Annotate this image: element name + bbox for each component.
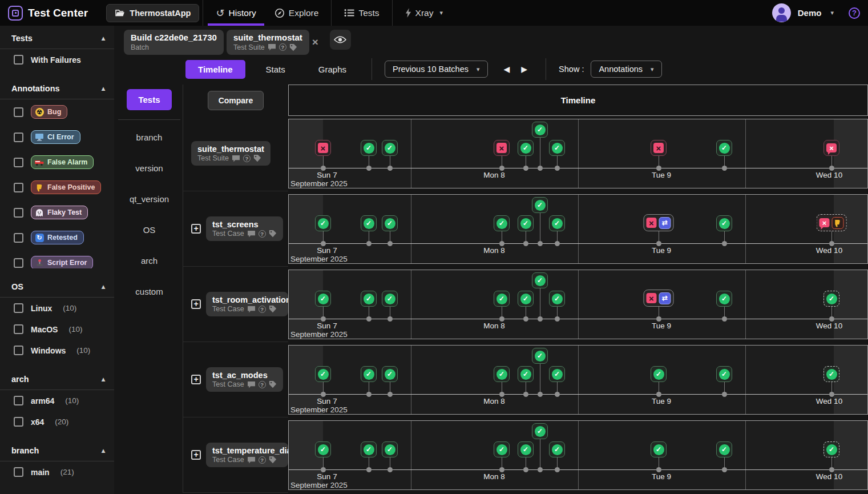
result-marker-pass[interactable]: ✓	[382, 215, 398, 231]
result-marker-group-retested[interactable]: ×⇄	[644, 214, 674, 231]
prev-batches-button[interactable]: ◀	[498, 62, 516, 76]
annotation-badge-flaky-test[interactable]: Flaky Test	[31, 206, 88, 219]
result-marker-pass[interactable]: ✓	[823, 366, 839, 382]
tab-history[interactable]: ↺ History	[207, 0, 265, 26]
close-icon[interactable]: ×	[310, 36, 320, 49]
question-icon[interactable]: ?	[243, 155, 251, 162]
suite-filter-chip[interactable]: suite_thermostat Test Suite ?	[227, 30, 309, 55]
checkbox-false-positive[interactable]	[14, 183, 23, 192]
comment-icon[interactable]	[247, 381, 256, 388]
result-marker-pass[interactable]: ✓	[532, 272, 548, 288]
result-marker-pass[interactable]: ✓	[382, 441, 398, 457]
result-marker-pass[interactable]: ✓	[494, 215, 510, 231]
result-marker-pass[interactable]: ✓	[716, 291, 732, 307]
result-marker-pass[interactable]: ✓	[315, 291, 331, 307]
comment-icon[interactable]	[247, 306, 256, 313]
result-marker-pass[interactable]: ✓	[716, 140, 732, 156]
result-marker-pass[interactable]: ✓	[549, 291, 565, 307]
section-header-annotations[interactable]: Annotations▴	[0, 76, 114, 99]
test-chip-tst_screens[interactable]: tst_screensTest Case?	[206, 216, 283, 241]
result-marker-pass[interactable]: ✓	[382, 366, 398, 382]
result-marker-pass[interactable]: ✓	[494, 441, 510, 457]
result-marker-fail-comment[interactable]: ×	[823, 140, 839, 156]
result-marker-pass[interactable]: ✓	[494, 366, 510, 382]
checkbox-false-alarm[interactable]	[14, 158, 23, 167]
tag-icon[interactable]	[269, 305, 277, 313]
result-marker-pass[interactable]: ✓	[651, 441, 667, 457]
show-select[interactable]: Annotations ▾	[591, 61, 661, 78]
checkbox-bug[interactable]	[14, 107, 23, 117]
result-marker-pass[interactable]: ✓	[361, 441, 377, 457]
expand-icon[interactable]: +	[191, 224, 201, 234]
comment-icon[interactable]	[247, 230, 256, 238]
result-marker-pass[interactable]: ✓	[651, 366, 667, 382]
checkbox-macos[interactable]	[14, 324, 23, 334]
checkbox-script-error[interactable]	[14, 258, 23, 268]
section-header-branch[interactable]: branch▴	[0, 438, 114, 461]
section-header-arch[interactable]: arch▴	[0, 367, 114, 389]
result-marker-pass[interactable]: ✓	[549, 366, 565, 382]
project-selector-button[interactable]: ThermostatApp	[106, 4, 199, 22]
checkbox-with-failures[interactable]	[14, 55, 23, 65]
result-marker-pass[interactable]: ✓	[315, 215, 331, 231]
checkbox-windows[interactable]	[14, 346, 23, 355]
expand-icon[interactable]: +	[191, 450, 201, 460]
annotation-badge-retested[interactable]: ↻Retested	[31, 231, 84, 244]
comment-icon[interactable]	[232, 155, 240, 162]
result-marker-pass[interactable]: ✓	[518, 291, 534, 307]
checkbox-retested[interactable]	[14, 233, 23, 243]
view-tab-stats[interactable]: Stats	[253, 60, 298, 79]
question-icon[interactable]: ?	[259, 456, 266, 464]
annotation-badge-ci-error[interactable]: CI Error	[31, 130, 80, 144]
result-marker-pass[interactable]: ✓	[518, 366, 534, 382]
dimension-custom[interactable]: custom	[117, 278, 181, 305]
result-marker-pass[interactable]: ✓	[549, 215, 565, 231]
annotation-badge-false-positive[interactable]: False Positive	[31, 180, 101, 194]
section-header-os[interactable]: OS▴	[0, 274, 114, 297]
result-marker-pass[interactable]: ✓	[823, 291, 839, 307]
expand-icon[interactable]: +	[191, 375, 201, 384]
tag-icon[interactable]	[269, 230, 277, 238]
result-marker-pass[interactable]: ✓	[549, 441, 565, 457]
result-marker-pass[interactable]: ✓	[518, 140, 534, 156]
test-chip-tst_ac_modes[interactable]: tst_ac_modesTest Case?	[206, 367, 283, 392]
result-marker-group-retested[interactable]: ×⇄	[644, 290, 674, 307]
checkbox-main[interactable]	[14, 467, 23, 477]
result-marker-pass[interactable]: ✓	[361, 366, 377, 382]
help-icon[interactable]: ?	[849, 7, 860, 19]
result-marker-pass[interactable]: ✓	[315, 366, 331, 382]
checkbox-ci-error[interactable]	[14, 132, 23, 142]
tag-icon[interactable]	[253, 154, 261, 162]
view-tab-timeline[interactable]: Timeline	[185, 60, 245, 79]
tag-icon[interactable]	[289, 43, 297, 51]
tab-tests[interactable]: Tests	[335, 0, 388, 26]
test-chip-suite_thermostat[interactable]: suite_thermostatTest Suite?	[191, 141, 271, 166]
question-icon[interactable]: ?	[259, 230, 266, 238]
result-marker-pass[interactable]: ✓	[382, 140, 398, 156]
result-marker-fail[interactable]: ×	[315, 140, 331, 156]
result-marker-pass[interactable]: ✓	[716, 441, 732, 457]
dimension-arch[interactable]: arch	[117, 247, 181, 274]
dimension-os[interactable]: OS	[117, 216, 181, 243]
section-header-tests[interactable]: Tests▴	[0, 26, 114, 49]
dimension-qt_version[interactable]: qt_version	[117, 186, 181, 212]
next-batches-button[interactable]: ▶	[515, 62, 533, 76]
result-marker-fail[interactable]: ×	[494, 140, 510, 156]
annotation-badge-script-error[interactable]: Script Error	[31, 256, 93, 268]
tag-icon[interactable]	[269, 380, 277, 388]
tab-explore[interactable]: Explore	[265, 0, 328, 26]
tab-xray[interactable]: Xray ▾	[396, 0, 452, 26]
result-marker-pass[interactable]: ✓	[532, 423, 548, 439]
checkbox-x64[interactable]	[14, 417, 23, 427]
checkbox-linux[interactable]	[14, 303, 23, 313]
result-marker-pass[interactable]: ✓	[532, 197, 548, 213]
tests-dimension-button[interactable]: Tests	[127, 89, 171, 110]
annotation-badge-false-alarm[interactable]: False Alarm	[31, 155, 94, 169]
result-marker-fail[interactable]: ×	[651, 140, 667, 156]
result-marker-pass[interactable]: ✓	[361, 140, 377, 156]
expand-icon[interactable]: +	[191, 299, 201, 309]
dimension-version[interactable]: version	[117, 155, 181, 182]
result-marker-pass[interactable]: ✓	[532, 122, 548, 138]
avatar[interactable]	[772, 3, 791, 22]
result-marker-pass[interactable]: ✓	[823, 441, 839, 457]
